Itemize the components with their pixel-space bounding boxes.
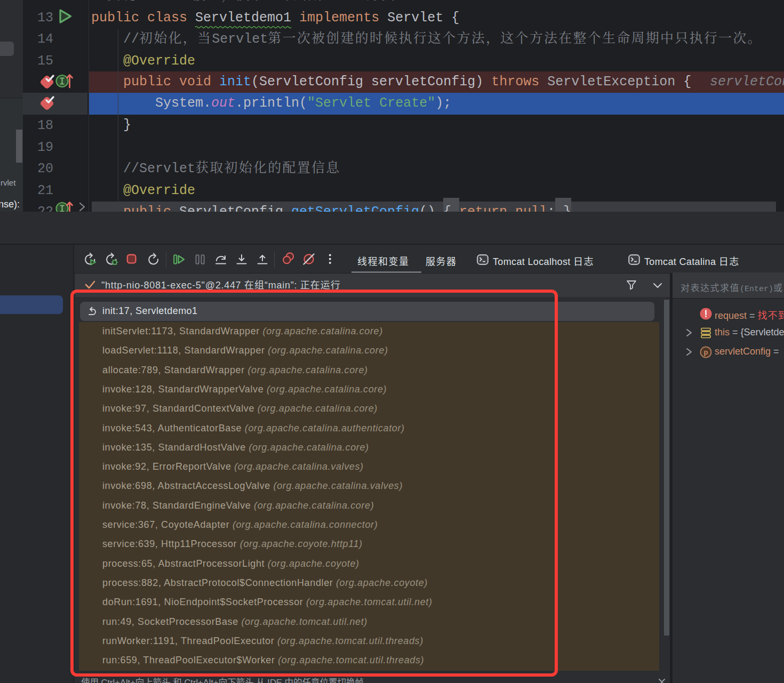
svg-text:p: p: [704, 348, 708, 356]
